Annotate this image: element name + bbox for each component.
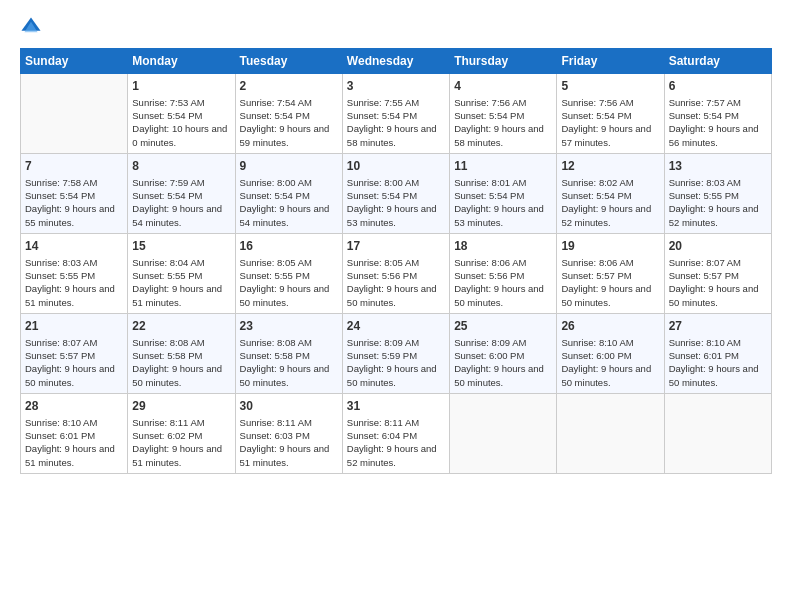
daylight-text: Daylight: 9 hours and 50 minutes. (132, 363, 222, 387)
calendar-week-2: 7Sunrise: 7:58 AMSunset: 5:54 PMDaylight… (21, 154, 772, 234)
calendar-week-5: 28Sunrise: 8:10 AMSunset: 6:01 PMDayligh… (21, 394, 772, 474)
day-number: 18 (454, 238, 552, 255)
sunset-text: Sunset: 5:58 PM (240, 350, 310, 361)
day-number: 19 (561, 238, 659, 255)
calendar-cell: 6Sunrise: 7:57 AMSunset: 5:54 PMDaylight… (664, 74, 771, 154)
daylight-text: Daylight: 9 hours and 51 minutes. (132, 283, 222, 307)
sunrise-text: Sunrise: 8:05 AM (240, 257, 312, 268)
day-number: 21 (25, 318, 123, 335)
sunrise-text: Sunrise: 8:11 AM (347, 417, 419, 428)
calendar-cell: 24Sunrise: 8:09 AMSunset: 5:59 PMDayligh… (342, 314, 449, 394)
sunrise-text: Sunrise: 8:05 AM (347, 257, 419, 268)
day-number: 31 (347, 398, 445, 415)
day-number: 9 (240, 158, 338, 175)
day-number: 3 (347, 78, 445, 95)
calendar-cell: 26Sunrise: 8:10 AMSunset: 6:00 PMDayligh… (557, 314, 664, 394)
sunset-text: Sunset: 5:54 PM (240, 110, 310, 121)
daylight-text: Daylight: 9 hours and 50 minutes. (240, 283, 330, 307)
sunrise-text: Sunrise: 8:10 AM (561, 337, 633, 348)
day-number: 27 (669, 318, 767, 335)
day-number: 14 (25, 238, 123, 255)
sunrise-text: Sunrise: 8:02 AM (561, 177, 633, 188)
col-sunday: Sunday (21, 49, 128, 74)
calendar-week-3: 14Sunrise: 8:03 AMSunset: 5:55 PMDayligh… (21, 234, 772, 314)
day-number: 22 (132, 318, 230, 335)
daylight-text: Daylight: 9 hours and 50 minutes. (240, 363, 330, 387)
day-number: 20 (669, 238, 767, 255)
sunrise-text: Sunrise: 8:03 AM (25, 257, 97, 268)
sunrise-text: Sunrise: 8:06 AM (454, 257, 526, 268)
calendar-cell: 14Sunrise: 8:03 AMSunset: 5:55 PMDayligh… (21, 234, 128, 314)
daylight-text: Daylight: 9 hours and 53 minutes. (454, 203, 544, 227)
calendar-cell (21, 74, 128, 154)
daylight-text: Daylight: 9 hours and 56 minutes. (669, 123, 759, 147)
sunset-text: Sunset: 5:54 PM (132, 190, 202, 201)
sunrise-text: Sunrise: 8:00 AM (347, 177, 419, 188)
logo-icon (20, 16, 42, 38)
day-number: 8 (132, 158, 230, 175)
calendar-cell: 3Sunrise: 7:55 AMSunset: 5:54 PMDaylight… (342, 74, 449, 154)
calendar-cell: 9Sunrise: 8:00 AMSunset: 5:54 PMDaylight… (235, 154, 342, 234)
sunset-text: Sunset: 6:02 PM (132, 430, 202, 441)
col-saturday: Saturday (664, 49, 771, 74)
sunset-text: Sunset: 6:04 PM (347, 430, 417, 441)
col-wednesday: Wednesday (342, 49, 449, 74)
sunset-text: Sunset: 5:54 PM (561, 110, 631, 121)
daylight-text: Daylight: 9 hours and 50 minutes. (454, 363, 544, 387)
calendar-week-4: 21Sunrise: 8:07 AMSunset: 5:57 PMDayligh… (21, 314, 772, 394)
sunrise-text: Sunrise: 8:09 AM (454, 337, 526, 348)
sunset-text: Sunset: 5:57 PM (25, 350, 95, 361)
sunset-text: Sunset: 5:54 PM (347, 110, 417, 121)
calendar-cell: 27Sunrise: 8:10 AMSunset: 6:01 PMDayligh… (664, 314, 771, 394)
calendar-cell: 17Sunrise: 8:05 AMSunset: 5:56 PMDayligh… (342, 234, 449, 314)
daylight-text: Daylight: 9 hours and 50 minutes. (25, 363, 115, 387)
calendar-cell: 12Sunrise: 8:02 AMSunset: 5:54 PMDayligh… (557, 154, 664, 234)
calendar-cell: 11Sunrise: 8:01 AMSunset: 5:54 PMDayligh… (450, 154, 557, 234)
day-number: 29 (132, 398, 230, 415)
sunrise-text: Sunrise: 7:56 AM (561, 97, 633, 108)
calendar-cell: 18Sunrise: 8:06 AMSunset: 5:56 PMDayligh… (450, 234, 557, 314)
daylight-text: Daylight: 9 hours and 57 minutes. (561, 123, 651, 147)
daylight-text: Daylight: 9 hours and 54 minutes. (132, 203, 222, 227)
calendar-cell (557, 394, 664, 474)
sunrise-text: Sunrise: 7:53 AM (132, 97, 204, 108)
daylight-text: Daylight: 9 hours and 52 minutes. (669, 203, 759, 227)
daylight-text: Daylight: 9 hours and 50 minutes. (454, 283, 544, 307)
daylight-text: Daylight: 9 hours and 51 minutes. (25, 443, 115, 467)
sunrise-text: Sunrise: 8:00 AM (240, 177, 312, 188)
daylight-text: Daylight: 9 hours and 50 minutes. (561, 283, 651, 307)
sunset-text: Sunset: 6:01 PM (669, 350, 739, 361)
sunset-text: Sunset: 5:58 PM (132, 350, 202, 361)
sunrise-text: Sunrise: 8:11 AM (240, 417, 312, 428)
day-number: 13 (669, 158, 767, 175)
sunrise-text: Sunrise: 8:10 AM (669, 337, 741, 348)
day-number: 6 (669, 78, 767, 95)
day-number: 24 (347, 318, 445, 335)
sunset-text: Sunset: 5:54 PM (669, 110, 739, 121)
sunrise-text: Sunrise: 8:10 AM (25, 417, 97, 428)
sunset-text: Sunset: 6:01 PM (25, 430, 95, 441)
col-friday: Friday (557, 49, 664, 74)
sunset-text: Sunset: 5:55 PM (25, 270, 95, 281)
daylight-text: Daylight: 9 hours and 54 minutes. (240, 203, 330, 227)
daylight-text: Daylight: 9 hours and 50 minutes. (669, 283, 759, 307)
sunrise-text: Sunrise: 7:54 AM (240, 97, 312, 108)
daylight-text: Daylight: 9 hours and 52 minutes. (561, 203, 651, 227)
sunset-text: Sunset: 5:55 PM (240, 270, 310, 281)
calendar-cell: 5Sunrise: 7:56 AMSunset: 5:54 PMDaylight… (557, 74, 664, 154)
sunrise-text: Sunrise: 7:57 AM (669, 97, 741, 108)
col-thursday: Thursday (450, 49, 557, 74)
calendar-cell: 23Sunrise: 8:08 AMSunset: 5:58 PMDayligh… (235, 314, 342, 394)
sunrise-text: Sunrise: 8:11 AM (132, 417, 204, 428)
calendar-cell: 20Sunrise: 8:07 AMSunset: 5:57 PMDayligh… (664, 234, 771, 314)
day-number: 16 (240, 238, 338, 255)
calendar-cell: 15Sunrise: 8:04 AMSunset: 5:55 PMDayligh… (128, 234, 235, 314)
sunset-text: Sunset: 5:54 PM (561, 190, 631, 201)
daylight-text: Daylight: 9 hours and 58 minutes. (347, 123, 437, 147)
sunset-text: Sunset: 5:54 PM (347, 190, 417, 201)
daylight-text: Daylight: 9 hours and 50 minutes. (561, 363, 651, 387)
sunrise-text: Sunrise: 8:09 AM (347, 337, 419, 348)
col-monday: Monday (128, 49, 235, 74)
sunrise-text: Sunrise: 7:55 AM (347, 97, 419, 108)
daylight-text: Daylight: 9 hours and 55 minutes. (25, 203, 115, 227)
